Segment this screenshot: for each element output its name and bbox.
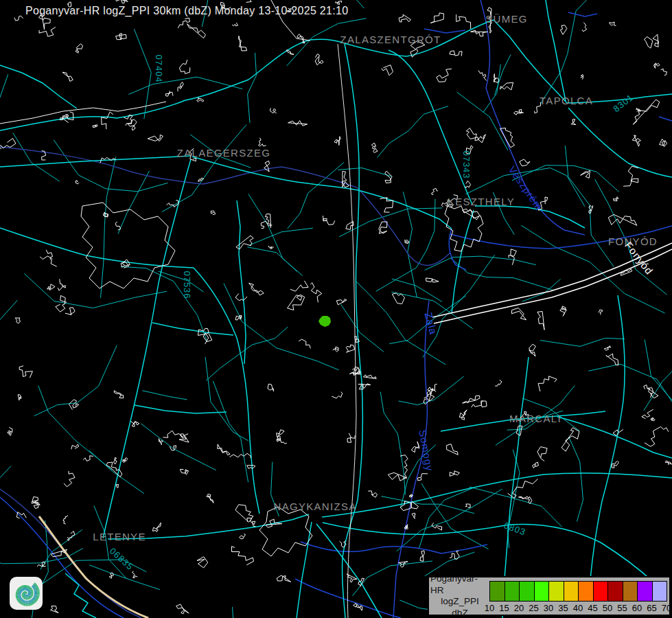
legend-tick-label: 65 [647,603,656,613]
legend-swatch [564,581,579,602]
legend-title-block: Poganyvar-HR logZ_PPI dbZ [430,578,489,614]
radar-map-viewport: SÜMEGZALASZENTGRÓTTAPOLCAZALAEGERSZEGKES… [0,0,672,618]
hungaromet-spiral-logo [10,577,43,610]
motorway-line [39,516,148,618]
radar-product-title: Poganyvar-HR logZ_PPI 30km (dbZ) Monday … [25,5,348,17]
legend-tick-label: 15 [499,603,509,613]
legend-tick-label: 30 [544,603,553,613]
legend-swatch [593,581,609,602]
legend-swatch [607,581,623,602]
legend-swatch [519,581,535,602]
legend-swatch [489,581,505,602]
legend-unit-label: dbZ [452,608,467,618]
legend-tick-label: 40 [573,603,583,613]
legend-swatch [637,581,653,602]
legend-color-scale: 10152025303540455055606570 [489,581,669,614]
legend-swatch [652,581,668,602]
legend-tick-label: 55 [617,603,627,613]
legend-product-name: Poganyvar-HR [430,573,489,596]
legend-tick-label: 70 [662,603,671,613]
main-road-network [0,0,672,618]
spiral-icon [10,577,43,610]
legend-swatch [623,581,638,602]
legend-swatch [578,581,594,602]
legend-swatch [505,581,520,602]
legend-tick-label: 10 [485,603,494,613]
radar-echo [318,316,331,327]
legend-tick-label: 20 [514,603,524,613]
legend-swatch [548,581,564,602]
legend-tick-label: 25 [529,603,538,613]
legend-tick-label: 35 [558,603,568,613]
legend-swatch [534,581,550,602]
legend-tick-label: 50 [603,603,612,613]
legend-tick-label: 45 [588,603,597,613]
radar-basemap [0,0,672,618]
radar-color-legend: Poganyvar-HR logZ_PPI dbZ 10152025303540… [428,576,671,616]
legend-product-type: logZ_PPI [441,596,479,608]
legend-tick-label: 60 [632,603,642,613]
